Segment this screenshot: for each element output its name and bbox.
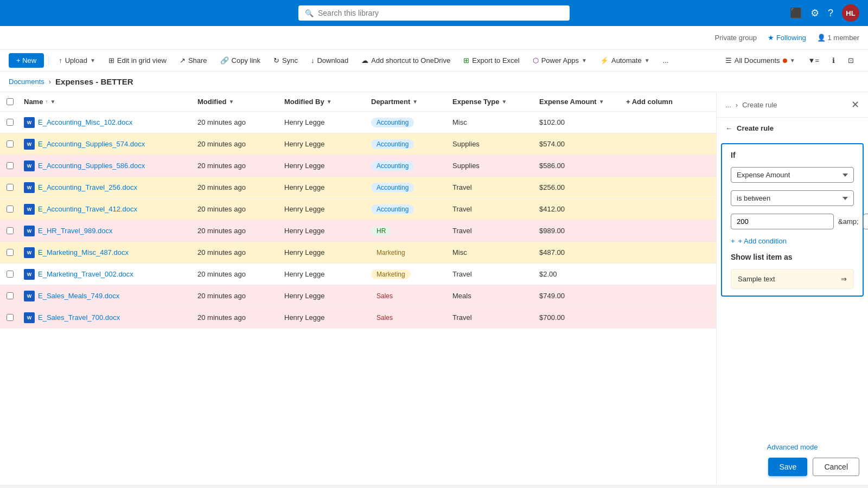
search-box[interactable]: 🔍 <box>298 5 570 21</box>
col-header-department[interactable]: Department ▼ <box>367 95 448 108</box>
row-expense-type: Travel <box>448 266 535 282</box>
filter-button[interactable]: ▼= <box>803 53 825 68</box>
customize-icon: ⊡ <box>848 56 854 65</box>
row-name[interactable]: W E_Accounting_Misc_102.docx <box>20 113 193 132</box>
row-name[interactable]: W E_Accounting_Travel_412.docx <box>20 200 193 219</box>
row-checkbox[interactable] <box>7 140 14 147</box>
row-checkbox[interactable] <box>7 271 14 278</box>
automate-button[interactable]: ⚡ Automate ▼ <box>595 53 655 68</box>
info-button[interactable]: ℹ <box>827 53 840 68</box>
amp-label: &amp; <box>838 217 859 226</box>
col-header-add-column[interactable]: + Add column <box>622 95 698 108</box>
add-shortcut-button[interactable]: ☁ Add shortcut to OneDrive <box>356 53 456 68</box>
upload-icon: ↑ <box>59 56 62 65</box>
cancel-button[interactable]: Cancel <box>813 458 859 476</box>
right-panel: ... › Create rule ✕ ← Create rule If Exp… <box>716 92 868 485</box>
value-to-input[interactable] <box>863 214 868 229</box>
col-header-expense-amount[interactable]: Expense Amount ▼ <box>535 95 622 108</box>
customize-button[interactable]: ⊡ <box>843 53 859 68</box>
panel-title: Create rule <box>737 124 774 132</box>
sort-icon-dept: ▼ <box>412 99 418 105</box>
row-checkbox[interactable] <box>7 206 14 213</box>
row-modified: 20 minutes ago <box>193 179 280 196</box>
breadcrumb-current: Expenses - BETTER <box>55 77 133 86</box>
row-department: Marketing <box>367 265 448 284</box>
department-badge: Accounting <box>371 161 414 171</box>
power-apps-button[interactable]: ⬡ Power Apps ▼ <box>527 53 592 68</box>
document-list: Name ↑ ▼ Modified ▼ Modified By ▼ Depart… <box>0 92 716 485</box>
following-button[interactable]: ★ Following <box>768 34 806 42</box>
advanced-mode-link[interactable]: Advanced mode <box>725 443 859 451</box>
chevron-down-icon: ▼ <box>90 57 95 63</box>
row-checkbox[interactable] <box>7 249 14 256</box>
table-row: W E_Accounting_Travel_256.docx 20 minute… <box>0 177 716 198</box>
back-arrow-icon[interactable]: ← <box>725 124 732 132</box>
copy-link-button[interactable]: 🔗 Copy link <box>215 53 266 68</box>
share-button[interactable]: ↗ Share <box>174 53 213 68</box>
row-department: Accounting <box>367 113 448 132</box>
sub-header: Private group ★ Following 👤 1 member <box>0 26 868 50</box>
row-checkbox[interactable] <box>7 227 14 234</box>
row-name[interactable]: W E_Accounting_Supplies_586.docx <box>20 156 193 176</box>
new-button[interactable]: + New <box>9 53 44 68</box>
notification-icon[interactable]: ⬛ <box>790 7 802 19</box>
breadcrumb-parent[interactable]: Documents <box>9 78 44 86</box>
save-button[interactable]: Save <box>768 458 807 476</box>
footer-buttons: Save Cancel <box>725 458 859 476</box>
all-documents-button[interactable]: ☰ All Documents ▼ <box>720 53 801 68</box>
avatar[interactable]: HL <box>842 4 859 22</box>
sync-button[interactable]: ↻ Sync <box>268 53 303 68</box>
row-expense-amount: $574.00 <box>535 136 622 152</box>
more-button[interactable]: ... <box>658 53 674 68</box>
value-from-input[interactable] <box>731 214 834 229</box>
upload-button[interactable]: ↑ Upload ▼ <box>53 53 101 68</box>
col-header-expense-type[interactable]: Expense Type ▼ <box>448 95 535 108</box>
row-name[interactable]: W E_HR_Travel_989.docx <box>20 221 193 241</box>
checkbox-col-header[interactable] <box>0 96 20 107</box>
row-name[interactable]: W E_Marketing_Misc_487.docx <box>20 243 193 262</box>
row-checkbox[interactable] <box>7 119 14 126</box>
panel-nav-separator: › <box>736 101 738 109</box>
excel-icon: ⊞ <box>463 56 469 65</box>
row-name[interactable]: W E_Marketing_Travel_002.docx <box>20 265 193 284</box>
edit-grid-button[interactable]: ⊞ Edit in grid view <box>103 53 172 68</box>
close-panel-button[interactable]: ✕ <box>851 99 859 111</box>
row-checkbox[interactable] <box>7 314 14 321</box>
search-input[interactable] <box>318 9 563 17</box>
col-header-name[interactable]: Name ↑ ▼ <box>20 95 193 108</box>
row-modified: 20 minutes ago <box>193 309 280 326</box>
select-all-checkbox[interactable] <box>7 98 14 105</box>
row-name[interactable]: W E_Accounting_Travel_256.docx <box>20 178 193 197</box>
row-checkbox-cell <box>0 288 20 304</box>
settings-icon[interactable]: ⚙ <box>810 7 819 19</box>
department-badge: Marketing <box>371 248 411 258</box>
row-expense-amount: $2.00 <box>535 266 622 282</box>
add-condition-button[interactable]: + + Add condition <box>731 237 854 245</box>
format-icon[interactable]: ⇒ <box>841 275 847 283</box>
row-checkbox[interactable] <box>7 184 14 191</box>
row-name[interactable]: W E_Accounting_Supplies_574.docx <box>20 134 193 154</box>
row-expense-amount: $487.00 <box>535 244 622 261</box>
export-excel-button[interactable]: ⊞ Export to Excel <box>458 53 525 68</box>
row-expense-amount: $102.00 <box>535 114 622 131</box>
row-name[interactable]: W E_Sales_Travel_700.docx <box>20 308 193 328</box>
help-icon[interactable]: ? <box>828 8 833 19</box>
download-button[interactable]: ↓ Download <box>305 53 354 68</box>
word-file-icon: W <box>24 312 35 323</box>
row-add-col <box>622 292 698 300</box>
row-add-col <box>622 162 698 170</box>
col-header-modified-by[interactable]: Modified By ▼ <box>280 95 367 108</box>
row-checkbox[interactable] <box>7 162 14 169</box>
row-filename: E_HR_Travel_989.docx <box>38 227 113 235</box>
row-checkbox[interactable] <box>7 292 14 299</box>
department-badge: Sales <box>371 313 398 323</box>
condition-operator-select[interactable]: is between <box>731 190 854 206</box>
main-content: Name ↑ ▼ Modified ▼ Modified By ▼ Depart… <box>0 92 868 485</box>
condition-field-select[interactable]: Expense Amount <box>731 167 854 183</box>
col-header-modified[interactable]: Modified ▼ <box>193 95 280 108</box>
row-checkbox-cell <box>0 201 20 217</box>
row-modified: 20 minutes ago <box>193 287 280 304</box>
row-name[interactable]: W E_Sales_Meals_749.docx <box>20 286 193 306</box>
row-department: Sales <box>367 287 448 305</box>
between-row: &amp; <box>731 214 854 229</box>
